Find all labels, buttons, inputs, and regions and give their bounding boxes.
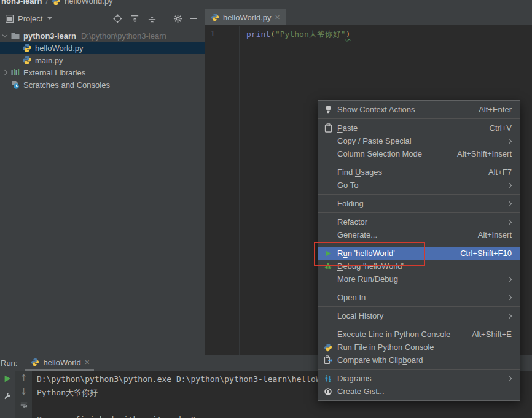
submenu-arrow-icon — [507, 201, 512, 206]
breadcrumb: hon3-learn / helloWorld.py — [0, 0, 532, 6]
code-token-close-paren: ) — [346, 29, 351, 39]
breadcrumb-file[interactable]: helloWorld.py — [65, 0, 113, 6]
menu-item-paste[interactable]: Paste Ctrl+V — [318, 122, 520, 134]
menu-item-show-context-actions[interactable]: Show Context Actions Alt+Enter — [318, 103, 520, 116]
menu-item-diagrams[interactable]: Diagrams — [318, 372, 520, 385]
menu-item-generate[interactable]: Generate... Alt+Insert — [318, 228, 520, 241]
chevron-down-icon[interactable] — [47, 17, 52, 20]
tree-item-label: Scratches and Consoles — [23, 80, 110, 90]
submenu-arrow-icon — [507, 219, 512, 224]
project-toolbar — [113, 14, 197, 23]
scratches-icon — [10, 80, 20, 90]
python-file-icon — [22, 55, 32, 65]
project-panel-header: Project — [0, 9, 205, 28]
editor-tab-bar: helloWorld.py × — [205, 9, 532, 26]
menu-item-find-usages[interactable]: Find Usages Alt+F7 — [318, 166, 520, 179]
wrench-icon[interactable] — [3, 392, 12, 401]
menu-item-copy-paste-special[interactable]: Copy / Paste Special — [318, 134, 520, 147]
chevron-expanded-icon[interactable] — [2, 33, 7, 37]
python-file-icon — [211, 13, 219, 21]
menu-item-execute-line-in-python-console[interactable]: Execute Line in Python Console Alt+Shift… — [318, 328, 520, 341]
console-line-blank — [37, 400, 532, 413]
code-token-open-paren: ( — [270, 29, 275, 39]
code-token-string: "Python大爷你好" — [275, 29, 346, 39]
menu-separator — [318, 325, 520, 325]
run-toolbar — [0, 371, 15, 418]
tree-item-root[interactable]: python3-learn D:\python\python3-learn — [0, 29, 205, 42]
window-titlebar: hon3-learn / helloWorld.py — [0, 0, 532, 9]
python-file-icon — [22, 43, 32, 53]
rerun-icon[interactable] — [3, 374, 12, 383]
expand-all-icon[interactable] — [130, 14, 139, 23]
github-icon — [323, 387, 333, 397]
down-stack-icon[interactable]: ↓ — [20, 387, 28, 397]
run-tab-helloworld[interactable]: helloWorld × — [25, 355, 93, 371]
console-toolbar: ↑ ↓ — [15, 371, 32, 418]
lightbulb-icon — [323, 105, 333, 115]
submenu-arrow-icon — [507, 182, 512, 187]
close-icon[interactable]: × — [275, 13, 280, 21]
locate-file-icon[interactable] — [113, 14, 122, 23]
toolbar-separator — [165, 14, 165, 23]
menu-item-more-run-debug[interactable]: More Run/Debug — [318, 273, 520, 285]
python-file-icon — [52, 0, 61, 6]
python-file-icon — [31, 358, 39, 366]
hide-panel-icon[interactable] — [190, 18, 197, 19]
menu-item-compare-with-clipboard[interactable]: Compare with Clipboard — [318, 354, 520, 366]
python-icon — [323, 343, 333, 352]
tree-item-label: External Libraries — [23, 68, 85, 77]
breadcrumb-project[interactable]: hon3-learn — [1, 0, 42, 6]
project-tree: python3-learn D:\python\python3-learn he… — [0, 28, 205, 91]
tree-item-helloworld[interactable]: helloWorld.py — [0, 42, 205, 54]
menu-item-create-gist[interactable]: Create Gist... — [318, 385, 520, 398]
project-panel-title[interactable]: Project — [18, 14, 42, 23]
submenu-arrow-icon — [507, 313, 512, 318]
clipboard-icon — [323, 123, 333, 133]
run-tab-label: helloWorld — [43, 358, 80, 367]
menu-separator — [318, 163, 520, 163]
close-icon[interactable]: × — [85, 358, 90, 366]
editor-gutter: 1 — [205, 26, 240, 355]
compare-clipboard-icon — [323, 355, 333, 365]
menu-separator — [318, 369, 520, 370]
menu-item-local-history[interactable]: Local History — [318, 309, 520, 322]
gear-icon[interactable] — [173, 14, 182, 23]
tab-label: helloWorld.py — [223, 13, 272, 22]
submenu-arrow-icon — [507, 276, 512, 281]
breadcrumb-separator: / — [45, 0, 48, 6]
run-panel-title: Run: — [0, 358, 17, 368]
menu-item-refactor[interactable]: Refactor — [318, 215, 520, 228]
console-line-exit: Process finished with exit code 0 — [37, 413, 532, 418]
menu-separator — [318, 194, 520, 195]
folder-icon — [10, 31, 20, 41]
code-token-print: print — [246, 29, 270, 39]
menu-item-column-selection-mode[interactable]: Column Selection Mode Alt+Shift+Insert — [318, 147, 520, 160]
submenu-arrow-icon — [507, 138, 512, 143]
annotation-red-box — [314, 242, 425, 266]
chevron-collapsed-icon[interactable] — [2, 70, 7, 75]
diagrams-icon — [323, 374, 333, 384]
tree-item-path: D:\python\python3-learn — [81, 31, 166, 41]
tree-item-main[interactable]: main.py — [0, 54, 205, 66]
menu-separator — [318, 118, 520, 119]
tree-item-label: main.py — [35, 56, 63, 65]
menu-separator — [318, 306, 520, 307]
menu-separator — [318, 288, 520, 288]
up-stack-icon[interactable]: ↑ — [20, 374, 28, 383]
menu-item-open-in[interactable]: Open In — [318, 291, 520, 304]
project-tool-window: Project python3-learn D:\python\python3-… — [0, 9, 205, 355]
menu-item-folding[interactable]: Folding — [318, 197, 520, 210]
line-number: 1 — [210, 29, 215, 38]
tree-item-label: helloWorld.py — [35, 44, 84, 53]
tree-item-external-libraries[interactable]: External Libraries — [0, 66, 205, 79]
submenu-arrow-icon — [507, 376, 512, 381]
menu-item-go-to[interactable]: Go To — [318, 179, 520, 192]
tree-item-scratches[interactable]: Scratches and Consoles — [0, 79, 205, 91]
soft-wrap-icon[interactable] — [20, 401, 28, 409]
collapse-all-icon[interactable] — [147, 14, 157, 23]
library-icon — [10, 68, 20, 77]
submenu-arrow-icon — [507, 295, 512, 300]
tab-helloworld[interactable]: helloWorld.py × — [205, 9, 286, 25]
tree-item-label: python3-learn — [23, 31, 76, 41]
menu-item-run-file-in-python-console[interactable]: Run File in Python Console — [318, 341, 520, 354]
